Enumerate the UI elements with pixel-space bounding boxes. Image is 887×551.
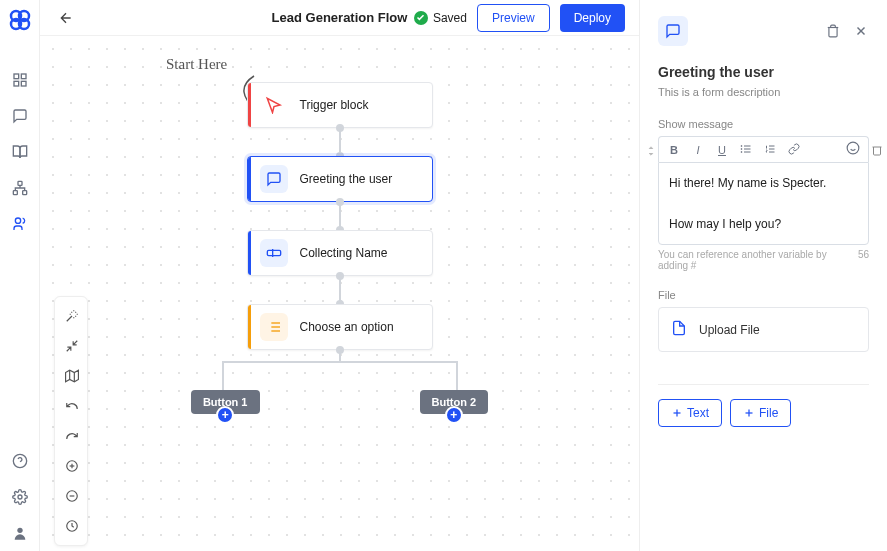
svg-point-15 [17,528,22,533]
italic-button[interactable]: I [691,144,705,156]
delete-node-button[interactable] [825,23,841,39]
nav-settings[interactable] [0,479,40,515]
svg-point-40 [741,151,742,152]
tool-zoom-in[interactable] [55,451,89,481]
svg-rect-9 [13,191,17,195]
svg-rect-4 [14,74,19,79]
header: Lead Generation Flow Saved Preview Deplo… [40,0,639,36]
tool-magic[interactable] [55,301,89,331]
nav-knowledge[interactable] [0,134,40,170]
panel-description: This is a form description [658,86,869,98]
tool-fit[interactable] [55,331,89,361]
upload-file-button[interactable]: Upload File [658,307,869,352]
cursor-icon [260,91,288,119]
tool-palette [54,296,88,546]
bold-button[interactable]: B [667,144,681,156]
add-text-button[interactable]: Text [658,399,722,427]
nav-flows[interactable] [0,170,40,206]
link-button[interactable] [787,143,801,157]
tool-history[interactable] [55,511,89,541]
flow-button-1[interactable]: Button 1 + [191,390,260,414]
properties-panel: Greeting the user This is a form descrip… [639,0,887,551]
list-icon [260,313,288,341]
page-title: Lead Generation Flow [272,10,408,25]
variable-hint: You can reference another variable by ad… [658,249,858,271]
nav-profile[interactable] [0,515,40,551]
delete-message-button[interactable] [871,144,883,159]
nav-chat[interactable] [0,98,40,134]
node-choose-option[interactable]: Choose an option [247,304,433,350]
preview-button[interactable]: Preview [477,4,550,32]
svg-rect-6 [14,81,19,86]
tool-map[interactable] [55,361,89,391]
svg-rect-25 [267,250,280,255]
back-button[interactable] [54,6,78,30]
add-file-button[interactable]: File [730,399,791,427]
canvas[interactable]: Start Here [40,36,639,551]
logo [8,8,32,32]
deploy-button[interactable]: Deploy [560,4,625,32]
message-textarea[interactable]: Hi there! My name is Specter. How may I … [658,162,869,245]
bullet-list-button[interactable] [739,143,753,157]
add-node-button[interactable]: + [216,406,234,424]
svg-rect-7 [21,81,26,86]
emoji-button[interactable] [846,141,860,158]
svg-marker-16 [66,370,79,382]
nav-contacts[interactable] [0,206,40,242]
show-message-label: Show message [658,118,869,130]
editor-toolbar: B I U [658,136,869,162]
file-label: File [658,289,869,301]
flow-button-2[interactable]: Button 2 + [420,390,489,414]
svg-rect-10 [22,191,26,195]
svg-rect-5 [21,74,26,79]
file-icon [671,320,687,339]
node-greeting[interactable]: Greeting the user [247,156,433,202]
svg-point-39 [741,148,742,149]
drag-handle-icon[interactable] [646,144,656,160]
node-collecting-name[interactable]: Collecting Name [247,230,433,276]
nav-help[interactable] [0,443,40,479]
saved-indicator: Saved [414,11,467,25]
panel-title: Greeting the user [658,64,869,80]
svg-point-11 [15,218,20,223]
main-sidebar [0,0,40,551]
message-icon [658,16,688,46]
numbered-list-button[interactable] [763,143,777,157]
svg-point-38 [741,145,742,146]
svg-point-14 [18,495,22,499]
svg-point-44 [847,142,859,154]
tool-zoom-out[interactable] [55,481,89,511]
check-icon [414,11,428,25]
start-here-label: Start Here [166,56,227,73]
close-panel-button[interactable] [853,23,869,39]
input-icon [260,239,288,267]
underline-button[interactable]: U [715,144,729,156]
svg-rect-8 [18,181,22,185]
message-icon [260,165,288,193]
nav-dashboard[interactable] [0,62,40,98]
add-node-button[interactable]: + [445,406,463,424]
char-count: 56 [858,249,869,271]
tool-undo[interactable] [55,391,89,421]
node-trigger[interactable]: Trigger block [247,82,433,128]
tool-redo[interactable] [55,421,89,451]
